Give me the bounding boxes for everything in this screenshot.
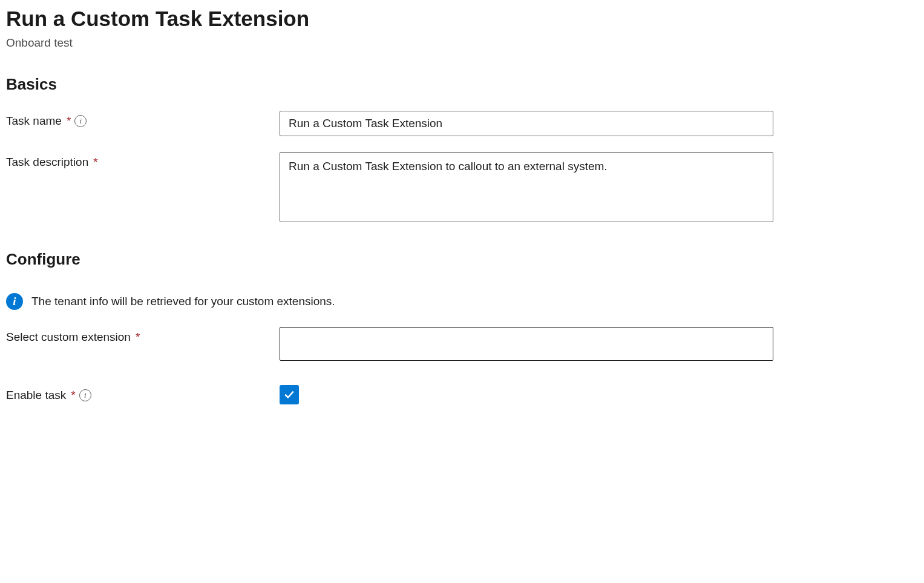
section-heading-configure: Configure	[6, 250, 918, 269]
enable-task-label-text: Enable task	[6, 389, 66, 402]
page-title: Run a Custom Task Extension	[6, 5, 918, 33]
checkmark-icon	[283, 389, 295, 401]
tenant-info-notice: i The tenant info will be retrieved for …	[6, 293, 918, 310]
enable-task-label: Enable task * i	[6, 385, 280, 402]
page-subtitle: Onboard test	[6, 36, 918, 50]
required-asterisk: *	[136, 331, 140, 344]
enable-task-checkbox[interactable]	[280, 385, 299, 404]
select-extension-row: Select custom extension *	[6, 327, 918, 361]
task-name-label: Task name * i	[6, 111, 280, 128]
info-icon[interactable]: i	[79, 389, 91, 401]
task-description-label: Task description *	[6, 152, 280, 169]
select-extension-label: Select custom extension *	[6, 327, 280, 344]
required-asterisk: *	[93, 156, 97, 169]
task-description-label-text: Task description	[6, 156, 88, 169]
enable-task-row: Enable task * i	[6, 385, 918, 404]
required-asterisk: *	[71, 389, 75, 402]
tenant-info-text: The tenant info will be retrieved for yo…	[31, 295, 335, 308]
select-extension-label-text: Select custom extension	[6, 331, 131, 344]
info-icon: i	[6, 293, 23, 310]
task-description-row: Task description *	[6, 152, 918, 225]
required-asterisk: *	[67, 114, 71, 128]
task-name-row: Task name * i	[6, 111, 918, 136]
select-extension-dropdown[interactable]	[280, 327, 773, 361]
task-name-input[interactable]	[280, 111, 773, 136]
info-icon[interactable]: i	[74, 115, 87, 127]
task-description-input[interactable]	[280, 152, 773, 222]
task-name-label-text: Task name	[6, 114, 62, 128]
section-heading-basics: Basics	[6, 75, 918, 94]
